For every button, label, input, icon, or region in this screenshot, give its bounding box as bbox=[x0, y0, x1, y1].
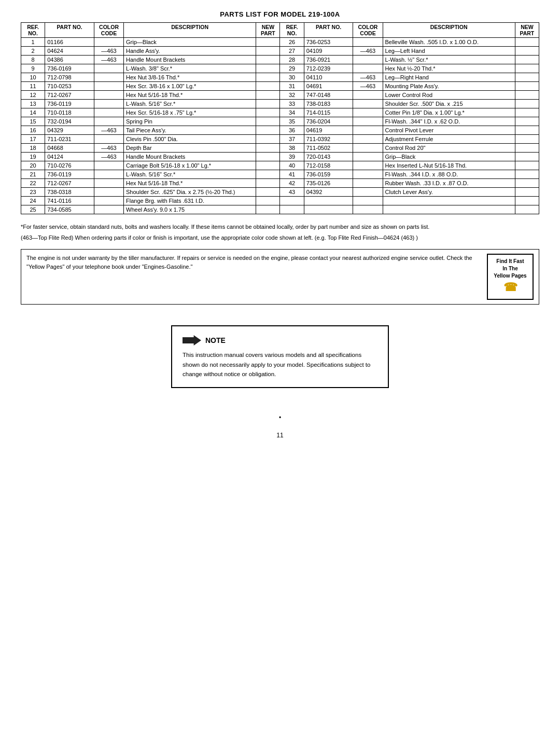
table-row: 17711-0231Clevis Pin .500" Dia.37711-039… bbox=[21, 135, 539, 144]
header-color-code: COLOR CODE bbox=[94, 23, 124, 38]
table-row: 24741-0116Flange Brg. with Flats .631 I.… bbox=[21, 197, 539, 205]
table-row: 22712-0267Hex Nut 5/16-18 Thd.*42735-012… bbox=[21, 179, 539, 188]
table-row: 13736-0119L-Wash. 5/16" Scr.*33738-0183S… bbox=[21, 100, 539, 108]
table-row: 101166Grip—Black26736-0253Belleville Was… bbox=[21, 38, 539, 47]
yellow-pages-line2: In The bbox=[492, 265, 528, 272]
header-part-no2: PART NO. bbox=[304, 23, 353, 38]
header-description2: DESCRIPTION bbox=[383, 23, 515, 38]
yellow-pages-logo-icon: ☎ bbox=[492, 280, 528, 296]
header-part-no: PART NO. bbox=[45, 23, 94, 38]
header-new-part: NEW PART bbox=[256, 23, 280, 38]
table-row: 15732-0194Spring Pin35736-0204Fl-Wash. .… bbox=[21, 117, 539, 126]
table-row: 25734-0585Wheel Ass'y. 9.0 x 1.75 bbox=[21, 205, 539, 214]
warranty-text: The engine is not under warranty by the … bbox=[26, 254, 482, 271]
table-row: 9736-0169L-Wash. 3/8" Scr.*29712-0239Hex… bbox=[21, 64, 539, 73]
table-row: 12712-0267Hex Nut 5/16-18 Thd.*32747-014… bbox=[21, 91, 539, 100]
table-row: 21736-0119L-Wash. 5/16" Scr.*41736-0159F… bbox=[21, 170, 539, 179]
header-ref-no2: REF. NO. bbox=[280, 23, 304, 38]
bullet-dot: • bbox=[279, 414, 281, 421]
note-arrow-icon bbox=[183, 335, 201, 346]
table-row: 23738-0318Shoulder Scr. .625" Dia. x 2.7… bbox=[21, 188, 539, 197]
table-row: 10712-0798Hex Nut 3/8-16 Thd.*3004110—46… bbox=[21, 73, 539, 82]
table-row: 204624—463Handle Ass'y.2704109—463Leg—Le… bbox=[21, 47, 539, 56]
table-row: 804386—463Handle Mount Brackets28736-092… bbox=[21, 56, 539, 64]
yellow-pages-line1: Find It Fast bbox=[492, 258, 528, 265]
yellow-pages-line3: Yellow Pages bbox=[492, 272, 528, 280]
color-footnote: (463—Top Flite Red) When ordering parts … bbox=[21, 233, 539, 242]
asterisk-footnote: *For faster service, obtain standard nut… bbox=[21, 223, 539, 231]
parts-table: REF. NO. PART NO. COLOR CODE DESCRIPTION… bbox=[21, 22, 539, 214]
header-color-code2: COLOR CODE bbox=[353, 23, 383, 38]
note-title: NOTE bbox=[205, 335, 226, 346]
warranty-box: The engine is not under warranty by the … bbox=[21, 249, 539, 305]
header-description: DESCRIPTION bbox=[124, 23, 256, 38]
note-header: NOTE bbox=[183, 335, 377, 346]
table-row: 11710-0253Hex Scr. 3/8-16 x 1.00" Lg.*31… bbox=[21, 82, 539, 91]
header-ref-no: REF. NO. bbox=[21, 23, 45, 38]
page-title: PARTS LIST FOR MODEL 219-100A bbox=[21, 10, 539, 18]
table-row: 1804668—463Depth Bar38711-0502Control Ro… bbox=[21, 144, 539, 153]
note-box: NOTE This instruction manual covers vari… bbox=[171, 325, 389, 389]
table-row: 14710-0118Hex Scr. 5/16-18 x .75" Lg.*34… bbox=[21, 108, 539, 117]
yellow-pages-box: Find It Fast In The Yellow Pages ☎ bbox=[487, 254, 534, 300]
footnote-section: *For faster service, obtain standard nut… bbox=[21, 223, 539, 242]
table-row: 1904124—463Handle Mount Brackets39720-01… bbox=[21, 153, 539, 161]
header-new-part2: NEW PART bbox=[515, 23, 539, 38]
note-body: This instruction manual covers various m… bbox=[183, 350, 377, 379]
table-row: 20710-0276Carriage Bolt 5/16-18 x 1.00" … bbox=[21, 161, 539, 170]
table-row: 1604329—463Tail Piece Ass'y.3604619Contr… bbox=[21, 126, 539, 135]
page-number: 11 bbox=[21, 432, 539, 439]
